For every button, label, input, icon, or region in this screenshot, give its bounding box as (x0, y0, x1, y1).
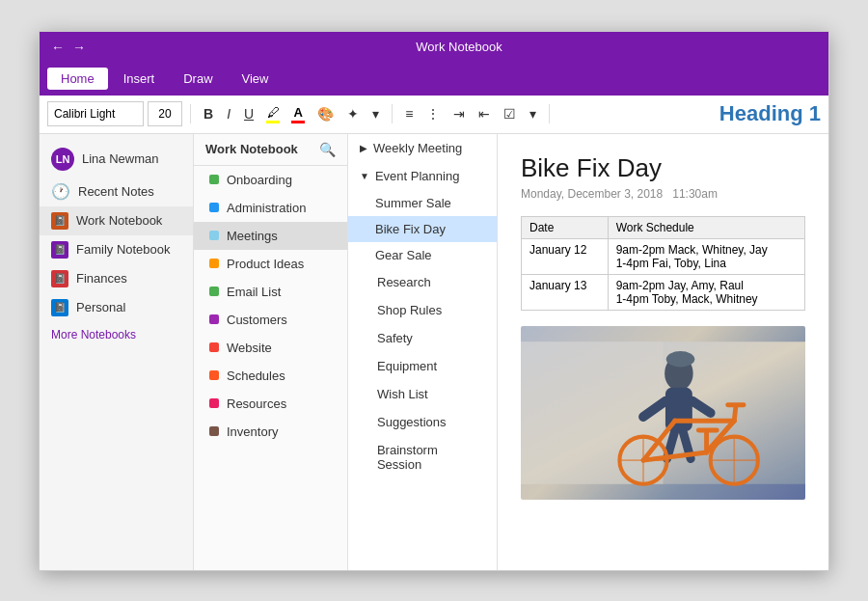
page-suggestions[interactable]: Suggestions (348, 408, 497, 436)
section-customers[interactable]: Customers (194, 306, 347, 334)
svg-point-23 (666, 351, 695, 367)
section-administration[interactable]: Administration (194, 194, 347, 222)
format-paint-button[interactable]: 🎨 (312, 104, 339, 123)
italic-button[interactable]: I (222, 104, 235, 123)
page-summer-sale[interactable]: Summer Sale (348, 190, 497, 216)
bullet-list-button[interactable]: ≡ (400, 104, 418, 123)
table-cell-date-2: January 13 (522, 274, 609, 310)
section-label-administration: Administration (227, 201, 306, 215)
section-meetings[interactable]: Meetings (194, 222, 347, 250)
font-size-input[interactable] (148, 101, 182, 126)
page-group-event-planning[interactable]: ▼ Event Planning (348, 162, 497, 190)
numbered-list-button[interactable]: ⋮ (421, 104, 445, 123)
section-website[interactable]: Website (194, 334, 347, 362)
page-wish-list[interactable]: Wish List (348, 380, 497, 408)
user-name: Lina Newman (82, 151, 159, 166)
outdent-button[interactable]: ⇤ (474, 104, 495, 123)
section-dot-email-list (209, 287, 219, 296)
page-suggestions-label: Suggestions (377, 415, 447, 429)
forward-button[interactable]: → (72, 40, 86, 55)
font-name-input[interactable] (47, 101, 144, 126)
page-research-label: Research (377, 275, 431, 289)
section-label-schedules: Schedules (227, 369, 285, 383)
search-icon[interactable]: 🔍 (319, 142, 336, 157)
sections-header: Work Notebook 🔍 (194, 134, 347, 166)
font-color-button[interactable]: A (287, 103, 309, 125)
sections-notebook-name: Work Notebook (205, 142, 298, 156)
page-safety[interactable]: Safety (348, 324, 497, 352)
section-onboarding[interactable]: Onboarding (194, 166, 347, 194)
personal-label: Personal (76, 300, 125, 314)
sidebar-item-recent-notes[interactable]: 🕐 Recent Notes (40, 177, 193, 206)
bike-illustration-svg (521, 326, 805, 500)
note-table: Date Work Schedule January 12 9am-2pm Ma… (521, 216, 805, 311)
page-brainstorm-session[interactable]: Brainstorm Session (348, 436, 497, 478)
note-meta: Monday, December 3, 2018 11:30am (521, 187, 805, 201)
menu-bar: Home Insert Draw View (40, 63, 828, 96)
app-window: ← → Work Notebook Home Insert Draw View … (39, 31, 829, 571)
section-schedules[interactable]: Schedules (194, 362, 347, 390)
section-email-list[interactable]: Email List (194, 278, 347, 306)
table-header-schedule: Work Schedule (608, 216, 804, 238)
more-notebooks-link[interactable]: More Notebooks (40, 322, 193, 347)
content-area: Bike Fix Day Monday, December 3, 2018 11… (498, 134, 828, 570)
recent-notes-label: Recent Notes (78, 184, 154, 199)
chevron-right-icon: ▶ (360, 143, 367, 153)
title-bar-title: Work Notebook (101, 40, 817, 54)
section-dot-schedules (209, 370, 219, 380)
title-bar-nav: ← → (51, 40, 86, 55)
recent-notes-icon: 🕐 (51, 182, 70, 201)
chevron-down-icon: ▼ (360, 171, 369, 181)
section-label-resources: Resources (227, 396, 286, 411)
indent-button[interactable]: ⇥ (448, 104, 470, 123)
section-inventory[interactable]: Inventory (194, 418, 347, 446)
highlight-color-button[interactable]: 🖊 (262, 103, 284, 125)
page-safety-label: Safety (377, 331, 413, 345)
underline-button[interactable]: U (239, 104, 258, 123)
section-dot-customers (209, 314, 219, 324)
pages-panel: ▶ Weekly Meeting ▼ Event Planning Summer… (348, 134, 498, 570)
sidebar-item-personal[interactable]: 📓 Personal (40, 293, 193, 322)
page-gear-sale[interactable]: Gear Sale (348, 242, 497, 268)
section-label-website: Website (227, 341, 272, 355)
table-cell-schedule-2: 9am-2pm Jay, Amy, Raul 1-4pm Toby, Mack,… (608, 274, 804, 310)
page-shop-rules[interactable]: Shop Rules (348, 296, 497, 324)
page-research[interactable]: Research (348, 268, 497, 296)
page-equipment-label: Equipment (377, 359, 437, 373)
bold-button[interactable]: B (199, 104, 218, 123)
page-group-weekly-meeting[interactable]: ▶ Weekly Meeting (348, 134, 497, 162)
section-dot-administration (209, 203, 219, 212)
toolbar: B I U 🖊 A 🎨 ✦ ▾ ≡ ⋮ ⇥ ⇤ ☑ ▾ Heading 1 (40, 96, 828, 134)
back-button[interactable]: ← (51, 40, 65, 55)
menu-item-view[interactable]: View (229, 68, 283, 90)
sidebar-item-work-notebook[interactable]: 📓 Work Notebook (40, 206, 193, 235)
section-product-ideas[interactable]: Product Ideas (194, 250, 347, 278)
sidebar-item-family-notebook[interactable]: 📓 Family Notebook (40, 235, 193, 264)
main-area: LN Lina Newman 🕐 Recent Notes 📓 Work Not… (40, 134, 828, 570)
menu-item-draw[interactable]: Draw (170, 68, 226, 90)
work-notebook-icon: 📓 (51, 212, 68, 230)
user-avatar: LN (51, 148, 74, 171)
list-dropdown[interactable]: ▾ (525, 104, 541, 123)
note-date: Monday, December 3, 2018 (521, 187, 663, 201)
table-cell-date-1: January 12 (522, 238, 609, 274)
section-resources[interactable]: Resources (194, 390, 347, 418)
menu-item-home[interactable]: Home (47, 68, 108, 90)
note-time: 11:30am (672, 187, 718, 201)
table-header-date: Date (522, 216, 609, 238)
menu-item-insert[interactable]: Insert (110, 68, 169, 90)
table-row: January 13 9am-2pm Jay, Amy, Raul 1-4pm … (522, 274, 805, 310)
page-equipment[interactable]: Equipment (348, 352, 497, 380)
personal-icon: 📓 (51, 299, 68, 316)
finances-icon: 📓 (51, 270, 68, 287)
sidebar-item-finances[interactable]: 📓 Finances (40, 264, 193, 293)
page-bike-fix-day[interactable]: Bike Fix Day (348, 216, 497, 242)
sections-panel: Work Notebook 🔍 Onboarding Administratio… (194, 134, 348, 570)
checkbox-button[interactable]: ☑ (499, 104, 521, 123)
page-shop-rules-label: Shop Rules (377, 303, 442, 317)
clear-format-button[interactable]: ✦ (342, 104, 364, 123)
page-brainstorm-label: Brainstorm Session (377, 443, 485, 472)
finances-label: Finances (76, 271, 127, 286)
page-group-weekly-meeting-label: Weekly Meeting (373, 141, 462, 155)
format-dropdown[interactable]: ▾ (367, 104, 384, 123)
